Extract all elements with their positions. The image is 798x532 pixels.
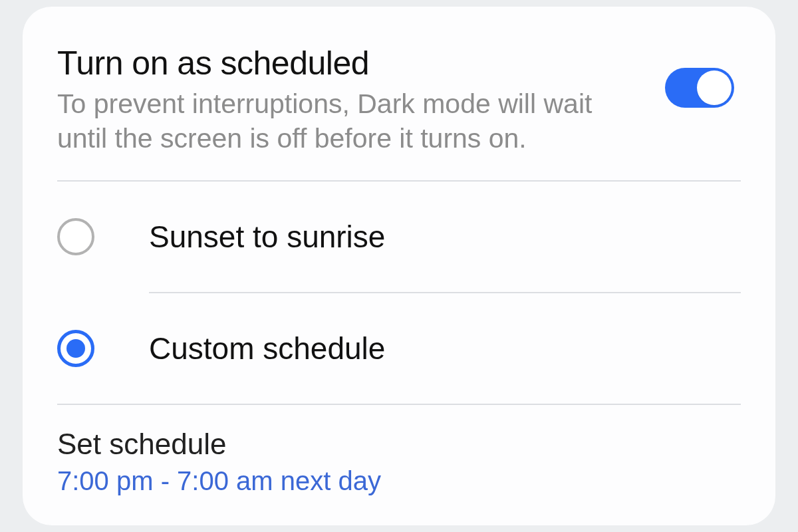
schedule-toggle-title: Turn on as scheduled — [57, 44, 629, 82]
schedule-toggle-text: Turn on as scheduled To prevent interrup… — [57, 44, 629, 156]
toggle-knob-icon — [697, 70, 732, 105]
schedule-toggle-row: Turn on as scheduled To prevent interrup… — [23, 7, 775, 180]
settings-card: Turn on as scheduled To prevent interrup… — [23, 7, 775, 525]
option-custom-schedule[interactable]: Custom schedule — [23, 293, 775, 404]
option-sunset-to-sunrise[interactable]: Sunset to sunrise — [23, 182, 775, 292]
radio-unselected-icon — [57, 218, 94, 255]
set-schedule-row[interactable]: Set schedule 7:00 pm - 7:00 am next day — [23, 405, 775, 496]
option-label: Sunset to sunrise — [149, 219, 385, 255]
schedule-toggle-subtitle: To prevent interruptions, Dark mode will… — [57, 86, 629, 156]
option-label: Custom schedule — [149, 331, 385, 366]
radio-selected-icon — [57, 330, 94, 367]
set-schedule-title: Set schedule — [57, 428, 734, 461]
schedule-toggle-switch[interactable] — [665, 68, 734, 108]
set-schedule-value: 7:00 pm - 7:00 am next day — [57, 466, 734, 496]
